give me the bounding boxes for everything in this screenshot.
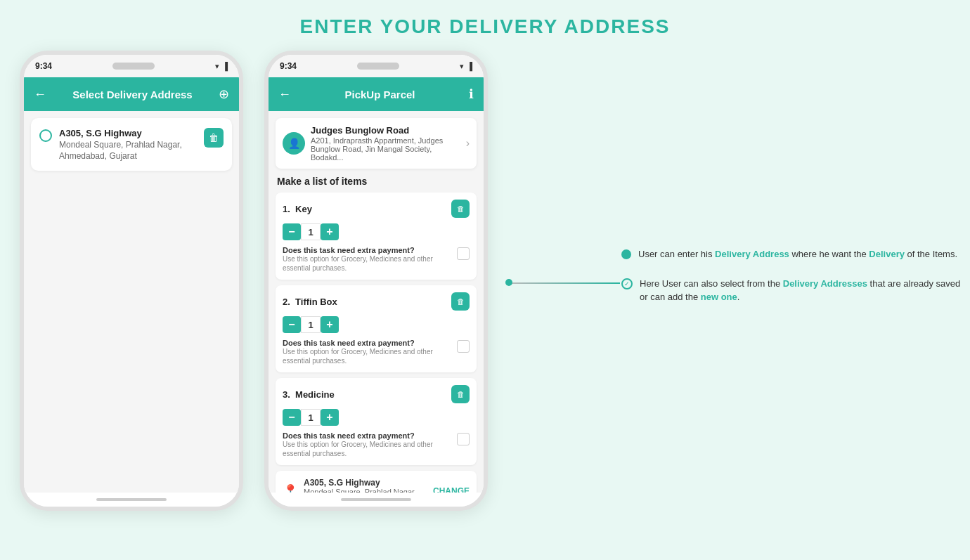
delete-item-3-button[interactable]: 🗑 bbox=[451, 385, 470, 403]
pickup-location-bar[interactable]: 👤 Judges Bunglow Road A201, Indraprasth … bbox=[276, 118, 477, 169]
home-indicator bbox=[96, 498, 167, 501]
map-pin-icon: 📍 bbox=[283, 483, 298, 493]
phone2-notch-bar: 9:34 ▾ ▐ bbox=[269, 55, 484, 77]
extra-payment-text-3: Does this task need extra payment? Use t… bbox=[283, 431, 451, 458]
extra-payment-row-2: Does this task need extra payment? Use t… bbox=[283, 339, 470, 365]
qty-control-3: − 1 + bbox=[283, 409, 470, 426]
item-1-header: 1. Key 🗑 bbox=[283, 200, 470, 218]
annotation-1: User can enter his Delivery Address wher… bbox=[621, 247, 966, 261]
page-title: ENTER YOUR DELIVERY ADDRESS bbox=[300, 15, 671, 38]
item-card-3: 3. Medicine 🗑 − 1 + Does this task need … bbox=[276, 378, 477, 465]
chevron-right-icon: › bbox=[466, 137, 470, 150]
phone1-notch bbox=[112, 63, 155, 70]
phone1-status-icons: ▾ ▐ bbox=[215, 62, 228, 71]
extra-payment-row-1: Does this task need extra payment? Use t… bbox=[283, 246, 470, 273]
addr-sub1: Mondeal Square, Prahlad Nagar, bbox=[59, 140, 197, 150]
phone2-bottom-bar bbox=[269, 493, 484, 507]
delete-item-1-button[interactable]: 🗑 bbox=[451, 200, 470, 218]
delivery-footer: 📍 A305, S.G Highway Mondeal Square, Prah… bbox=[276, 471, 477, 493]
phone1-time: 9:34 bbox=[35, 61, 52, 71]
ep-title-1: Does this task need extra payment? bbox=[283, 246, 451, 254]
radio-circle[interactable] bbox=[39, 129, 52, 142]
delete-address-button[interactable]: 🗑 bbox=[204, 128, 224, 148]
qty-value-1: 1 bbox=[301, 223, 321, 240]
phone2-notch bbox=[357, 63, 399, 70]
ep-checkbox-3[interactable] bbox=[457, 433, 470, 445]
qty-minus-2[interactable]: − bbox=[283, 316, 301, 333]
phone-select-address: 9:34 ▾ ▐ ← Select Delivery Address ⊕ A30… bbox=[20, 51, 243, 511]
wifi-icon: ▾ bbox=[215, 62, 219, 71]
wifi-icon2: ▾ bbox=[460, 62, 464, 71]
trash-icon: 🗑 bbox=[209, 132, 219, 143]
back-arrow-icon[interactable]: ← bbox=[34, 87, 46, 102]
address-card: A305, S.G Highway Mondeal Square, Prahla… bbox=[31, 118, 232, 171]
annotation-text-2: Here User can also select from the Deliv… bbox=[640, 277, 966, 304]
phone2-header: ← PickUp Parcel ℹ bbox=[269, 77, 484, 111]
extra-payment-text-1: Does this task need extra payment? Use t… bbox=[283, 246, 451, 273]
annotation-panel: User can enter his Delivery Address wher… bbox=[621, 247, 966, 317]
qty-value-2: 1 bbox=[301, 316, 321, 333]
info-icon[interactable]: ℹ bbox=[469, 86, 474, 102]
battery-icon2: ▐ bbox=[467, 62, 472, 70]
item-card-2: 2. Tiffin Box 🗑 − 1 + Does this task nee… bbox=[276, 285, 477, 372]
item-card-1: 1. Key 🗑 − 1 + Does this task need extra… bbox=[276, 193, 477, 280]
qty-minus-1[interactable]: − bbox=[283, 223, 301, 240]
qty-plus-3[interactable]: + bbox=[321, 409, 339, 426]
phone1-notch-bar: 9:34 ▾ ▐ bbox=[24, 55, 239, 77]
phone1-bottom-bar bbox=[24, 493, 239, 507]
annotation-text-1: User can enter his Delivery Address wher… bbox=[638, 247, 957, 261]
item-2-header: 2. Tiffin Box 🗑 bbox=[283, 292, 470, 311]
delivery-addr-sub1: Mondeal Square, Prahlad Nagar, bbox=[304, 488, 427, 493]
phone-pickup-parcel: 9:34 ▾ ▐ ← PickUp Parcel ℹ 👤 bbox=[264, 51, 488, 511]
ep-title-3: Does this task need extra payment? bbox=[283, 431, 451, 440]
phone1-body: A305, S.G Highway Mondeal Square, Prahla… bbox=[24, 111, 239, 493]
annotation-check-2 bbox=[621, 278, 633, 289]
qty-control-1: − 1 + bbox=[283, 223, 470, 240]
extra-payment-row-3: Does this task need extra payment? Use t… bbox=[283, 431, 470, 458]
delivery-addr-text: A305, S.G Highway Mondeal Square, Prahla… bbox=[304, 478, 427, 493]
pickup-loc-text: Judges Bunglow Road A201, Indraprasth Ap… bbox=[311, 125, 460, 162]
annotation-bullet-1 bbox=[621, 249, 631, 259]
annotation-2: Here User can also select from the Deliv… bbox=[621, 277, 966, 304]
add-icon[interactable]: ⊕ bbox=[219, 86, 229, 102]
phone2-body: 👤 Judges Bunglow Road A201, Indraprasth … bbox=[269, 111, 484, 493]
person-icon: 👤 bbox=[288, 138, 300, 149]
qty-minus-3[interactable]: − bbox=[283, 409, 301, 426]
addr-sub2: Ahmedabad, Gujarat bbox=[59, 151, 197, 161]
battery-icon: ▐ bbox=[222, 62, 228, 70]
phone1-header-title: Select Delivery Address bbox=[46, 89, 219, 100]
trash-icon-2: 🗑 bbox=[457, 297, 465, 306]
item-2-name: 2. Tiffin Box bbox=[283, 297, 337, 307]
qty-control-2: − 1 + bbox=[283, 316, 470, 333]
item-3-header: 3. Medicine 🗑 bbox=[283, 385, 470, 403]
items-list-title: Make a list of items bbox=[276, 176, 477, 187]
item-3-name: 3. Medicine bbox=[283, 389, 335, 400]
change-address-button[interactable]: CHANGE bbox=[433, 486, 470, 493]
trash-icon-1: 🗑 bbox=[457, 204, 465, 213]
qty-value-3: 1 bbox=[301, 409, 321, 426]
qty-plus-1[interactable]: + bbox=[321, 223, 339, 240]
qty-plus-2[interactable]: + bbox=[321, 316, 339, 333]
delivery-addr-main: A305, S.G Highway bbox=[304, 478, 427, 488]
addr-main: A305, S.G Highway bbox=[59, 128, 197, 138]
extra-payment-text-2: Does this task need extra payment? Use t… bbox=[283, 339, 451, 365]
delete-item-2-button[interactable]: 🗑 bbox=[451, 292, 470, 311]
phone2-status-icons: ▾ ▐ bbox=[460, 62, 472, 71]
phone2-time: 9:34 bbox=[280, 61, 297, 71]
phone1-header: ← Select Delivery Address ⊕ bbox=[24, 77, 239, 111]
ep-desc-3: Use this option for Grocery, Medicines a… bbox=[283, 440, 451, 458]
back-arrow-icon2[interactable]: ← bbox=[278, 87, 291, 102]
address-text: A305, S.G Highway Mondeal Square, Prahla… bbox=[59, 128, 197, 161]
location-icon: 👤 bbox=[283, 132, 305, 155]
pickup-loc-name: Judges Bunglow Road bbox=[311, 125, 460, 136]
ep-desc-2: Use this option for Grocery, Medicines a… bbox=[283, 347, 451, 365]
phone2-header-title: PickUp Parcel bbox=[291, 89, 469, 100]
ep-checkbox-2[interactable] bbox=[457, 340, 470, 353]
trash-icon-3: 🗑 bbox=[457, 390, 465, 398]
ep-title-2: Does this task need extra payment? bbox=[283, 339, 451, 347]
item-1-name: 1. Key bbox=[283, 204, 312, 214]
ep-checkbox-1[interactable] bbox=[457, 247, 470, 260]
pickup-loc-address: A201, Indraprasth Appartment, Judges Bun… bbox=[311, 136, 460, 162]
ep-desc-1: Use this option for Grocery, Medicines a… bbox=[283, 254, 451, 273]
home-indicator2 bbox=[341, 498, 411, 501]
